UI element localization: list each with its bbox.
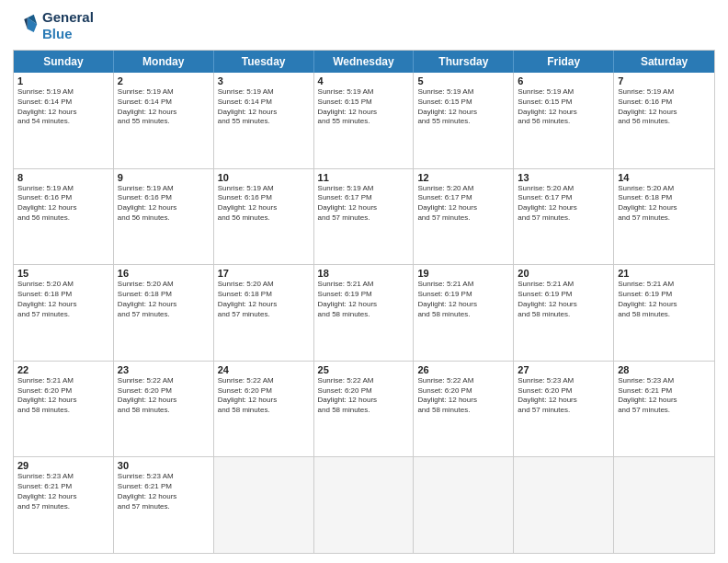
- calendar-row-2: 8Sunrise: 5:19 AM Sunset: 6:16 PM Daylig…: [14, 168, 714, 265]
- cell-info: Sunrise: 5:19 AM Sunset: 6:17 PM Dayligh…: [318, 184, 410, 224]
- day-number: 7: [618, 75, 711, 86]
- day-number: 9: [118, 172, 210, 183]
- day-number: 12: [417, 172, 509, 183]
- header-tuesday: Tuesday: [214, 51, 314, 73]
- cell-info: Sunrise: 5:22 AM Sunset: 6:20 PM Dayligh…: [417, 376, 509, 416]
- day-number: 3: [218, 75, 310, 86]
- cell-info: Sunrise: 5:21 AM Sunset: 6:19 PM Dayligh…: [318, 280, 410, 319]
- cal-cell-12: 12Sunrise: 5:20 AM Sunset: 6:17 PM Dayli…: [414, 169, 514, 265]
- cell-info: Sunrise: 5:20 AM Sunset: 6:17 PM Dayligh…: [417, 184, 509, 224]
- cal-cell-7: 7Sunrise: 5:19 AM Sunset: 6:16 PM Daylig…: [614, 73, 714, 168]
- cell-info: Sunrise: 5:19 AM Sunset: 6:15 PM Dayligh…: [417, 87, 509, 127]
- day-number: 30: [118, 460, 210, 471]
- cal-cell-3: 3Sunrise: 5:19 AM Sunset: 6:14 PM Daylig…: [214, 73, 314, 168]
- cal-cell-empty: [514, 457, 614, 553]
- day-number: 22: [17, 364, 109, 375]
- cal-cell-empty: [614, 457, 714, 553]
- cal-cell-29: 29Sunrise: 5:23 AM Sunset: 6:21 PM Dayli…: [14, 457, 114, 553]
- calendar-row-3: 15Sunrise: 5:20 AM Sunset: 6:18 PM Dayli…: [14, 264, 714, 361]
- cell-info: Sunrise: 5:23 AM Sunset: 6:20 PM Dayligh…: [518, 376, 609, 416]
- cal-cell-18: 18Sunrise: 5:21 AM Sunset: 6:19 PM Dayli…: [314, 265, 415, 361]
- cell-info: Sunrise: 5:19 AM Sunset: 6:14 PM Dayligh…: [118, 87, 210, 127]
- cal-cell-5: 5Sunrise: 5:19 AM Sunset: 6:15 PM Daylig…: [414, 73, 514, 168]
- day-number: 4: [318, 75, 410, 86]
- cell-info: Sunrise: 5:21 AM Sunset: 6:19 PM Dayligh…: [417, 280, 509, 319]
- cell-info: Sunrise: 5:21 AM Sunset: 6:19 PM Dayligh…: [618, 280, 711, 319]
- cal-cell-24: 24Sunrise: 5:22 AM Sunset: 6:20 PM Dayli…: [214, 362, 314, 457]
- logo-text-line1: General: [42, 9, 94, 26]
- cell-info: Sunrise: 5:22 AM Sunset: 6:20 PM Dayligh…: [218, 376, 310, 416]
- cell-info: Sunrise: 5:19 AM Sunset: 6:16 PM Dayligh…: [218, 184, 310, 224]
- cal-cell-1: 1Sunrise: 5:19 AM Sunset: 6:14 PM Daylig…: [14, 73, 114, 168]
- cell-info: Sunrise: 5:21 AM Sunset: 6:19 PM Dayligh…: [518, 280, 609, 319]
- cal-cell-20: 20Sunrise: 5:21 AM Sunset: 6:19 PM Dayli…: [514, 265, 614, 361]
- day-number: 21: [618, 268, 711, 279]
- cal-cell-17: 17Sunrise: 5:20 AM Sunset: 6:18 PM Dayli…: [214, 265, 314, 361]
- cal-cell-30: 30Sunrise: 5:23 AM Sunset: 6:21 PM Dayli…: [114, 457, 214, 553]
- calendar-row-5: 29Sunrise: 5:23 AM Sunset: 6:21 PM Dayli…: [14, 456, 714, 553]
- cell-info: Sunrise: 5:23 AM Sunset: 6:21 PM Dayligh…: [618, 376, 711, 416]
- day-number: 24: [218, 364, 310, 375]
- cal-cell-empty: [414, 457, 514, 553]
- cell-info: Sunrise: 5:23 AM Sunset: 6:21 PM Dayligh…: [17, 472, 109, 511]
- cal-cell-13: 13Sunrise: 5:20 AM Sunset: 6:17 PM Dayli…: [514, 169, 614, 265]
- cal-cell-8: 8Sunrise: 5:19 AM Sunset: 6:16 PM Daylig…: [14, 169, 114, 265]
- calendar-row-1: 1Sunrise: 5:19 AM Sunset: 6:14 PM Daylig…: [14, 73, 714, 168]
- header-monday: Monday: [114, 51, 214, 73]
- calendar-header: Sunday Monday Tuesday Wednesday Thursday…: [14, 51, 714, 73]
- day-number: 1: [17, 75, 109, 86]
- cell-info: Sunrise: 5:22 AM Sunset: 6:20 PM Dayligh…: [118, 376, 210, 416]
- calendar-body: 1Sunrise: 5:19 AM Sunset: 6:14 PM Daylig…: [14, 73, 714, 553]
- cell-info: Sunrise: 5:19 AM Sunset: 6:16 PM Dayligh…: [118, 184, 210, 224]
- day-number: 13: [518, 172, 609, 183]
- header-thursday: Thursday: [414, 51, 514, 73]
- calendar-row-4: 22Sunrise: 5:21 AM Sunset: 6:20 PM Dayli…: [14, 361, 714, 457]
- day-number: 14: [618, 172, 711, 183]
- day-number: 29: [17, 460, 109, 471]
- header-friday: Friday: [514, 51, 614, 73]
- cal-cell-19: 19Sunrise: 5:21 AM Sunset: 6:19 PM Dayli…: [414, 265, 514, 361]
- cal-cell-21: 21Sunrise: 5:21 AM Sunset: 6:19 PM Dayli…: [614, 265, 714, 361]
- cal-cell-23: 23Sunrise: 5:22 AM Sunset: 6:20 PM Dayli…: [114, 362, 214, 457]
- logo: General Blue: [13, 9, 94, 42]
- cal-cell-25: 25Sunrise: 5:22 AM Sunset: 6:20 PM Dayli…: [314, 362, 415, 457]
- cal-cell-2: 2Sunrise: 5:19 AM Sunset: 6:14 PM Daylig…: [114, 73, 214, 168]
- cal-cell-6: 6Sunrise: 5:19 AM Sunset: 6:15 PM Daylig…: [514, 73, 614, 168]
- day-number: 26: [417, 364, 509, 375]
- cell-info: Sunrise: 5:23 AM Sunset: 6:21 PM Dayligh…: [118, 472, 210, 511]
- cal-cell-14: 14Sunrise: 5:20 AM Sunset: 6:18 PM Dayli…: [614, 169, 714, 265]
- logo-text-line2: Blue: [42, 26, 94, 42]
- cell-info: Sunrise: 5:20 AM Sunset: 6:18 PM Dayligh…: [618, 184, 711, 224]
- cell-info: Sunrise: 5:19 AM Sunset: 6:14 PM Dayligh…: [218, 87, 310, 127]
- cell-info: Sunrise: 5:20 AM Sunset: 6:18 PM Dayligh…: [218, 280, 310, 319]
- day-number: 5: [417, 75, 509, 86]
- cell-info: Sunrise: 5:19 AM Sunset: 6:15 PM Dayligh…: [518, 87, 609, 127]
- cal-cell-28: 28Sunrise: 5:23 AM Sunset: 6:21 PM Dayli…: [614, 362, 714, 457]
- cal-cell-11: 11Sunrise: 5:19 AM Sunset: 6:17 PM Dayli…: [314, 169, 415, 265]
- cal-cell-empty: [214, 457, 314, 553]
- cell-info: Sunrise: 5:20 AM Sunset: 6:17 PM Dayligh…: [518, 184, 609, 224]
- cal-cell-4: 4Sunrise: 5:19 AM Sunset: 6:15 PM Daylig…: [314, 73, 415, 168]
- header-saturday: Saturday: [614, 51, 714, 73]
- day-number: 10: [218, 172, 310, 183]
- day-number: 20: [518, 268, 609, 279]
- cell-info: Sunrise: 5:19 AM Sunset: 6:14 PM Dayligh…: [17, 87, 109, 127]
- logo-icon: [13, 13, 39, 39]
- day-number: 23: [118, 364, 210, 375]
- day-number: 19: [417, 268, 509, 279]
- cell-info: Sunrise: 5:19 AM Sunset: 6:16 PM Dayligh…: [618, 87, 711, 127]
- day-number: 27: [518, 364, 609, 375]
- calendar: Sunday Monday Tuesday Wednesday Thursday…: [13, 50, 715, 554]
- cell-info: Sunrise: 5:20 AM Sunset: 6:18 PM Dayligh…: [17, 280, 109, 319]
- cal-cell-16: 16Sunrise: 5:20 AM Sunset: 6:18 PM Dayli…: [114, 265, 214, 361]
- cell-info: Sunrise: 5:19 AM Sunset: 6:16 PM Dayligh…: [17, 184, 109, 224]
- cell-info: Sunrise: 5:22 AM Sunset: 6:20 PM Dayligh…: [318, 376, 410, 416]
- header-sunday: Sunday: [14, 51, 114, 73]
- day-number: 8: [17, 172, 109, 183]
- day-number: 2: [118, 75, 210, 86]
- day-number: 17: [218, 268, 310, 279]
- cell-info: Sunrise: 5:20 AM Sunset: 6:18 PM Dayligh…: [118, 280, 210, 319]
- cal-cell-27: 27Sunrise: 5:23 AM Sunset: 6:20 PM Dayli…: [514, 362, 614, 457]
- day-number: 18: [318, 268, 410, 279]
- day-number: 15: [17, 268, 109, 279]
